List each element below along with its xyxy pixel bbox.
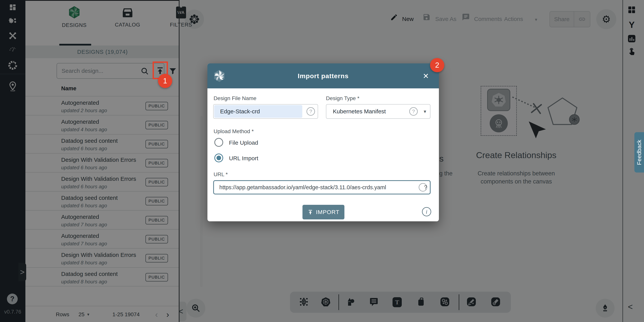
radio-file-upload-label[interactable]: File Upload <box>229 140 258 146</box>
feedback-tab[interactable]: Feedback <box>634 132 644 172</box>
feedback-label: Feedback <box>636 140 642 165</box>
step2-badge: 2 <box>430 58 444 72</box>
modal-title: Import patterns <box>208 72 439 80</box>
design-type-label: Design Type * <box>326 95 360 101</box>
upload-icon <box>308 209 313 215</box>
step1-badge: 1 <box>158 74 172 88</box>
radio-url-import[interactable] <box>214 154 223 162</box>
help-icon[interactable]: ? <box>419 183 427 191</box>
import-patterns-modal: Import patterns ✕ Design File Name Edge-… <box>208 63 439 221</box>
info-icon[interactable]: i <box>422 207 431 216</box>
close-icon[interactable]: ✕ <box>423 72 429 80</box>
url-value: https://app.getambassador.io/yaml/edge-s… <box>219 184 386 191</box>
import-button[interactable]: IMPORT <box>302 205 344 219</box>
design-type-value: Kubernetes Manifest <box>333 108 386 115</box>
radio-url-import-label[interactable]: URL Import <box>229 155 258 161</box>
url-label: URL * <box>214 171 228 177</box>
upload-method-label: Upload Method * <box>214 128 254 135</box>
design-file-name-field[interactable]: Edge-Stack-crd ? <box>213 104 318 119</box>
url-input[interactable]: https://app.getambassador.io/yaml/edge-s… <box>213 180 430 194</box>
meshery-app: New Save As Comments Actions ▾ Share ⚙ Y <box>0 0 644 322</box>
help-icon[interactable]: ? <box>409 107 418 116</box>
chevron-down-icon: ▾ <box>424 109 426 115</box>
design-file-name-label: Design File Name <box>214 95 256 101</box>
radio-file-upload[interactable] <box>214 138 223 147</box>
design-type-select[interactable]: Kubernetes Manifest ? ▾ <box>326 104 430 119</box>
design-file-name-value: Edge-Stack-crd <box>220 108 260 115</box>
modal-header: Import patterns ✕ <box>208 63 439 88</box>
help-icon[interactable]: ? <box>306 107 315 116</box>
